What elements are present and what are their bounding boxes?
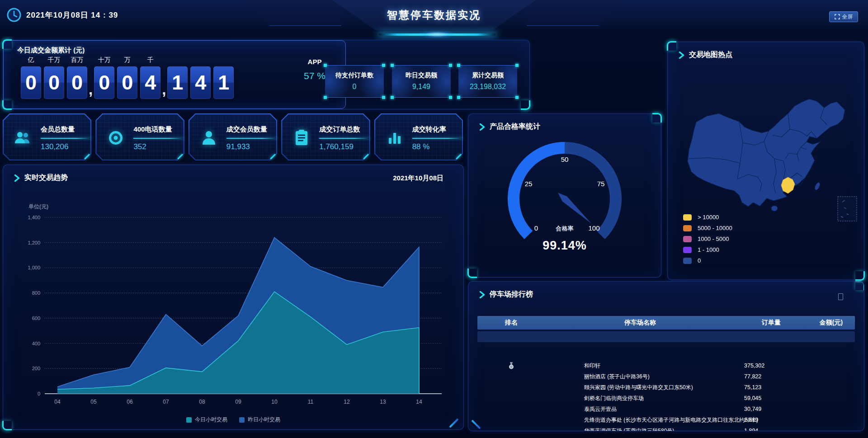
- stat-card-divider: [133, 138, 184, 139]
- trend-legend-item[interactable]: 昨日小时交易: [239, 416, 280, 424]
- fullscreen-icon: [835, 14, 840, 19]
- svg-text:合格率: 合格率: [556, 225, 574, 232]
- digit-card: 1: [213, 66, 234, 99]
- svg-text:400: 400: [32, 341, 40, 346]
- digit-card: 0: [94, 66, 114, 99]
- ranking-panel-title: 停车场排行榜: [490, 290, 533, 299]
- map-legend-item[interactable]: 1 - 1000: [683, 246, 732, 253]
- stat-card-value: 352: [133, 142, 184, 151]
- svg-text:12: 12: [344, 399, 350, 405]
- top-header: 2021年10月08日 14 : 39 智慧停车数据实况 全屏: [0, 0, 868, 33]
- ranking-widget-icon[interactable]: [838, 293, 843, 300]
- svg-text:05: 05: [90, 399, 97, 405]
- digit-card: 4: [140, 66, 160, 99]
- ranking-table-header: 排名停车场名称订单量金额(元): [477, 316, 855, 330]
- order-count: 77,822: [735, 373, 807, 380]
- digit-column: 万0: [117, 56, 137, 99]
- ranking-column-header: 金额(元): [807, 319, 855, 327]
- stat-card-divider: [226, 138, 277, 139]
- banner-wing-right: [527, 0, 624, 26]
- stat-card-value: 130,206: [41, 142, 91, 151]
- banner-wing-left: [244, 0, 341, 26]
- summary-box-label: 累计交易额: [458, 71, 517, 80]
- summary-box: 昨日交易额9,149: [392, 65, 451, 98]
- legend-label: 1000 - 5000: [698, 235, 729, 242]
- clock-icon: [6, 7, 22, 24]
- pass-rate-gauge: 0255075100合格率: [468, 139, 661, 286]
- svg-text:1,000: 1,000: [28, 265, 40, 270]
- digit-separator: ,: [89, 81, 93, 98]
- digit-unit-label: 十万: [98, 56, 111, 65]
- svg-text:09: 09: [235, 399, 241, 405]
- order-count: 59,045: [735, 395, 807, 401]
- legend-swatch: [683, 258, 692, 264]
- summary-box: 累计交易额23,198,032: [458, 65, 517, 98]
- digit-card: 4: [190, 66, 211, 99]
- stat-card: 成交转化率88 %: [374, 113, 463, 160]
- stat-card-divider: [41, 138, 91, 139]
- trend-area-chart: 02004006008001,0001,2001,400040506070809…: [17, 208, 451, 414]
- digit-card: 1: [167, 66, 188, 99]
- app-label: APP: [294, 58, 335, 66]
- digit-card: 0: [21, 66, 41, 99]
- legend-swatch: [683, 236, 692, 242]
- svg-text:04: 04: [54, 399, 61, 405]
- ranking-column-header: 停车场名称: [545, 319, 735, 327]
- legend-swatch: [186, 417, 192, 423]
- ranking-row: 丽怡酒店 (茶子山中路36号)77,822¥ 251,285: [477, 342, 855, 353]
- ranking-column-header: 排名: [477, 319, 545, 327]
- svg-text:11: 11: [308, 399, 314, 405]
- chevron-right-icon: [479, 291, 485, 298]
- chevron-right-icon: [679, 52, 684, 59]
- chevron-right-icon: [14, 174, 20, 182]
- svg-text:0: 0: [38, 391, 40, 396]
- map-panel-title: 交易地图热点: [689, 50, 732, 60]
- svg-text:200: 200: [32, 366, 40, 371]
- members-icon: [13, 128, 33, 148]
- stat-card-value: 88 %: [412, 142, 463, 151]
- digit-card: 0: [117, 66, 137, 99]
- stat-card: 会员总数量130,206: [3, 113, 91, 160]
- digit-column: 1: [213, 56, 234, 99]
- svg-text:14: 14: [416, 399, 422, 405]
- svg-text:1,400: 1,400: [28, 215, 40, 220]
- map-legend-item[interactable]: > 10000: [683, 214, 732, 221]
- member-icon: [198, 128, 219, 148]
- svg-text:07: 07: [163, 399, 169, 405]
- legend-swatch: [683, 225, 692, 231]
- summary-box-value: 0: [325, 83, 384, 91]
- legend-label: 昨日小时交易: [248, 416, 280, 424]
- stat-cards-row: 会员总数量130,206400电话数量352成交会员数量91,933成交订单总数…: [3, 113, 463, 160]
- chevron-right-icon: [479, 123, 485, 131]
- legend-swatch: [683, 214, 692, 221]
- svg-text:800: 800: [32, 290, 40, 296]
- digit-unit-label: 千万: [48, 56, 61, 65]
- svg-text:06: 06: [127, 399, 133, 405]
- digit-separator: ,: [162, 81, 166, 98]
- order-list-icon: [291, 128, 312, 148]
- trend-legend-item[interactable]: 今日小时交易: [186, 416, 227, 424]
- digit-column: 十万0: [94, 56, 114, 99]
- panel-pass-rate: 产品合格率统计 0255075100合格率 99.14%: [468, 113, 661, 278]
- stat-card: 400电话数量352: [95, 113, 184, 160]
- map-legend-item[interactable]: 1000 - 5000: [683, 235, 732, 242]
- parking-lot-name: 华菱蓝调停车场 (芙蓉中路三段580号): [545, 427, 735, 432]
- parking-lot-name: 颐兴家园 (劳动中路与曙光中路交叉口东50米): [545, 384, 735, 391]
- amount-value: ¥ 0: [807, 429, 864, 431]
- parking-lot-name: 先锋街道办事处 (长沙市天心区港子河路与新电路交叉路口往东北约50米): [545, 416, 735, 424]
- stat-card-label: 400电话数量: [133, 125, 184, 134]
- svg-text:13: 13: [380, 399, 386, 405]
- svg-text:25: 25: [525, 180, 533, 188]
- digit-unit-label: 百万: [71, 56, 84, 65]
- smart-parking-dashboard: 2021年10月08日 14 : 39 智慧停车数据实况 全屏 今日成交金额累计…: [0, 0, 868, 438]
- digit-unit-label: 亿: [28, 56, 34, 65]
- svg-text:10: 10: [271, 399, 278, 405]
- stat-card-label: 会员总数量: [41, 125, 91, 134]
- parking-lot-name: 和印轩: [545, 362, 735, 370]
- fullscreen-button[interactable]: 全屏: [829, 11, 858, 22]
- svg-text:50: 50: [561, 155, 569, 163]
- digit-card: 0: [67, 66, 87, 99]
- svg-text:1,200: 1,200: [28, 240, 40, 245]
- map-legend-item[interactable]: 5000 - 10000: [683, 225, 732, 231]
- map-legend-item[interactable]: 0: [683, 257, 732, 264]
